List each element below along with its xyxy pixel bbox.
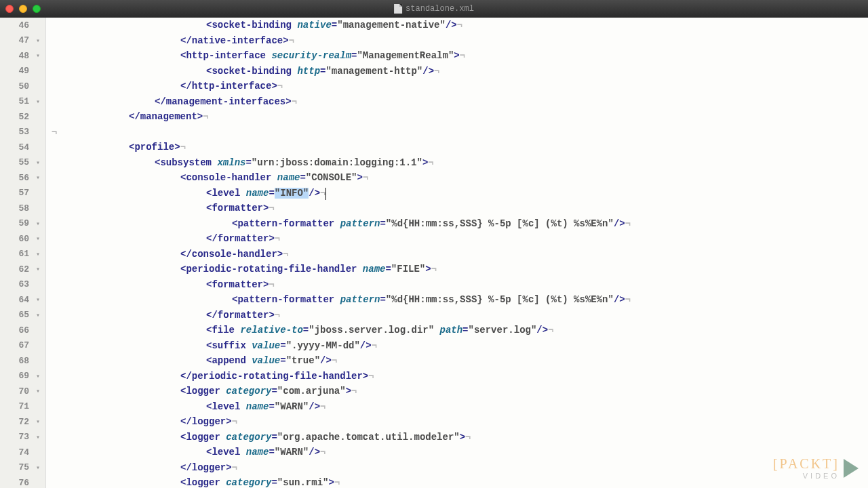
line-number: 70	[18, 386, 33, 396]
code-line[interactable]: </formatter>¬	[52, 231, 868, 247]
gutter-row: 55	[0, 155, 45, 171]
gutter-row: 68	[0, 353, 45, 369]
line-number: 51	[18, 96, 33, 106]
line-number: 74	[18, 447, 33, 458]
gutter-row: 74	[0, 445, 45, 460]
window-controls	[5, 5, 41, 13]
line-number: 64	[18, 295, 33, 305]
code-line[interactable]: <pattern-formatter pattern="%d{HH:mm:ss,…	[52, 292, 868, 308]
line-number: 50	[18, 81, 33, 92]
close-icon[interactable]	[5, 5, 14, 13]
code-line[interactable]: </logger>¬	[52, 414, 868, 430]
code-line[interactable]: <formatter>¬	[52, 201, 868, 216]
line-number: 72	[18, 417, 33, 427]
line-number: 68	[18, 356, 33, 366]
code-line[interactable]: ¬	[52, 125, 868, 140]
code-line[interactable]: <logger category="sun.rmi">¬	[52, 475, 868, 488]
fold-icon[interactable]	[33, 51, 43, 60]
watermark-brand: [PACKT]	[773, 456, 840, 471]
line-number: 76	[18, 478, 33, 488]
gutter-row: 57	[0, 186, 45, 201]
line-number: 73	[18, 432, 33, 442]
code-line[interactable]: <subsystem xmlns="urn:jboss:domain:loggi…	[52, 155, 868, 171]
gutter-row: 53	[0, 125, 45, 140]
fold-icon[interactable]	[33, 249, 43, 259]
watermark-sub: VIDEO	[773, 472, 840, 480]
packt-watermark: [PACKT] VIDEO	[773, 456, 859, 480]
code-line[interactable]: </management>¬	[52, 109, 868, 125]
gutter-row: 72	[0, 414, 45, 430]
fold-icon[interactable]	[33, 417, 43, 426]
gutter-row: 47	[0, 33, 45, 49]
fold-icon[interactable]	[33, 264, 43, 274]
fold-icon[interactable]	[33, 173, 43, 182]
code-line[interactable]: </http-interface>¬	[52, 79, 868, 94]
line-number: 57	[18, 188, 33, 198]
code-line[interactable]: </periodic-rotating-file-handler>¬	[52, 369, 868, 384]
code-line[interactable]: <pattern-formatter pattern="%d{HH:mm:ss,…	[52, 216, 868, 232]
gutter-row: 60	[0, 231, 45, 247]
fold-icon[interactable]	[33, 295, 43, 304]
code-line[interactable]: <socket-binding native="management-nativ…	[52, 18, 868, 33]
gutter-row: 52	[0, 109, 45, 125]
code-line[interactable]: <socket-binding http="management-http"/>…	[52, 64, 868, 79]
code-line[interactable]: <logger category="com.arjuna">¬	[52, 384, 868, 399]
line-number: 49	[18, 66, 33, 76]
titlebar: standalone.xml	[0, 0, 868, 18]
code-line[interactable]: <logger category="org.apache.tomcat.util…	[52, 430, 868, 445]
code-line[interactable]: <http-interface security-realm="Manageme…	[52, 48, 868, 64]
line-number: 62	[18, 264, 33, 274]
code-line[interactable]: <append value="true"/>¬	[52, 353, 868, 369]
code-editor[interactable]: 4647484950515253545556575859606162636465…	[0, 18, 868, 488]
code-line[interactable]: <profile>¬	[52, 140, 868, 155]
code-line[interactable]: </console-handler>¬	[52, 247, 868, 262]
line-number: 46	[18, 20, 33, 30]
fold-icon[interactable]	[33, 386, 43, 396]
window-title: standalone.xml	[394, 4, 474, 14]
code-line[interactable]: <level name="INFO"/>¬	[52, 186, 868, 201]
fold-icon[interactable]	[33, 310, 43, 320]
line-number: 53	[18, 127, 33, 137]
code-line[interactable]: <console-handler name="CONSOLE">¬	[52, 170, 868, 186]
code-line[interactable]: <level name="WARN"/>¬	[52, 445, 868, 460]
fold-icon[interactable]	[33, 432, 43, 442]
gutter-row: 48	[0, 48, 45, 64]
line-number: 75	[18, 462, 33, 472]
code-line[interactable]: </management-interfaces>¬	[52, 94, 868, 110]
minimize-icon[interactable]	[19, 5, 27, 13]
gutter-row: 65	[0, 308, 45, 323]
zoom-icon[interactable]	[33, 5, 41, 13]
gutter-row: 66	[0, 323, 45, 338]
fold-icon[interactable]	[33, 97, 43, 106]
fold-icon[interactable]	[33, 219, 43, 228]
gutter-row: 54	[0, 140, 45, 155]
fold-icon[interactable]	[33, 234, 43, 243]
code-line[interactable]: </native-interface>¬	[52, 33, 868, 49]
gutter-row: 49	[0, 64, 45, 79]
code-line[interactable]: </formatter>¬	[52, 308, 868, 323]
line-number: 52	[18, 112, 33, 122]
gutter-row: 56	[0, 170, 45, 186]
fold-icon[interactable]	[33, 371, 43, 381]
fold-icon[interactable]	[33, 463, 43, 472]
fold-icon[interactable]	[33, 36, 43, 45]
fold-icon[interactable]	[33, 158, 43, 167]
code-line[interactable]: <level name="WARN"/>¬	[52, 399, 868, 415]
code-line[interactable]: <suffix value=".yyyy-MM-dd"/>¬	[52, 338, 868, 354]
gutter-row: 46	[0, 18, 45, 33]
gutter-row: 61	[0, 247, 45, 262]
gutter-row: 67	[0, 338, 45, 354]
line-number: 59	[18, 218, 33, 228]
code-line[interactable]: <formatter>¬	[52, 277, 868, 293]
line-number: 60	[18, 234, 33, 244]
code-line[interactable]: </logger>¬	[52, 460, 868, 476]
line-number: 71	[18, 401, 33, 411]
gutter-row: 71	[0, 399, 45, 415]
code-area[interactable]: <socket-binding native="management-nativ…	[46, 18, 868, 488]
line-number: 54	[18, 142, 33, 152]
code-line[interactable]: <periodic-rotating-file-handler name="FI…	[52, 262, 868, 277]
line-gutter: 4647484950515253545556575859606162636465…	[0, 18, 46, 488]
gutter-row: 51	[0, 94, 45, 110]
code-line[interactable]: <file relative-to="jboss.server.log.dir"…	[52, 323, 868, 338]
line-number: 56	[18, 173, 33, 183]
